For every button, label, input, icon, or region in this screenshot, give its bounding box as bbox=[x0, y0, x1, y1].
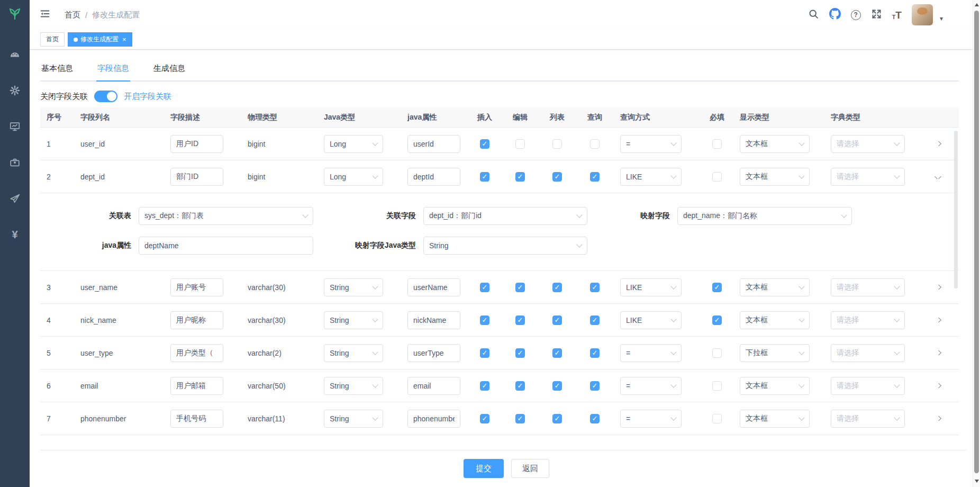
browser-scrollbar[interactable] bbox=[973, 0, 980, 487]
list-checkbox[interactable]: ✓ bbox=[552, 348, 562, 358]
table-scrollbar-thumb[interactable] bbox=[954, 131, 958, 288]
tab-basic-info[interactable]: 基本信息 bbox=[40, 58, 74, 82]
user-avatar[interactable] bbox=[912, 4, 933, 25]
assoc-field-select[interactable]: dept_id：部门id bbox=[423, 207, 587, 225]
query-type-select[interactable]: LIKE bbox=[620, 168, 682, 186]
required-checkbox[interactable]: ✓ bbox=[712, 315, 722, 325]
sidebar-item-finance[interactable]: ¥ bbox=[9, 229, 21, 240]
list-checkbox[interactable]: ✓ bbox=[552, 381, 562, 391]
list-checkbox[interactable]: ✓ bbox=[552, 414, 562, 423]
display-type-select[interactable]: 文本框 bbox=[740, 278, 810, 296]
scroll-down-arrow-icon[interactable] bbox=[975, 480, 979, 483]
java-attr-input[interactable] bbox=[407, 410, 460, 428]
tag-home[interactable]: 首页 bbox=[40, 32, 65, 47]
sidebar-item-system[interactable] bbox=[9, 85, 21, 96]
column-desc-input[interactable] bbox=[170, 135, 223, 153]
help-icon[interactable]: ? bbox=[851, 10, 861, 20]
user-menu-caret-icon[interactable]: ▾ bbox=[940, 15, 943, 22]
query-type-select[interactable]: LIKE bbox=[620, 311, 682, 329]
expand-row-icon[interactable] bbox=[934, 318, 941, 322]
dict-type-select[interactable]: 请选择 bbox=[831, 344, 905, 362]
insert-checkbox[interactable]: ✓ bbox=[480, 172, 489, 182]
dict-type-select[interactable]: 请选择 bbox=[831, 377, 905, 395]
display-type-select[interactable]: 下拉框 bbox=[740, 344, 810, 362]
query-checkbox[interactable]: ✓ bbox=[590, 283, 600, 292]
insert-checkbox[interactable]: ✓ bbox=[480, 139, 489, 149]
insert-checkbox[interactable]: ✓ bbox=[480, 381, 489, 391]
java-attr-input[interactable] bbox=[407, 135, 460, 153]
edit-checkbox[interactable]: ✓ bbox=[515, 172, 525, 182]
column-desc-input[interactable] bbox=[170, 377, 223, 395]
insert-checkbox[interactable]: ✓ bbox=[480, 414, 489, 423]
java-attr-input[interactable] bbox=[407, 377, 460, 395]
required-checkbox[interactable] bbox=[712, 348, 722, 358]
sidebar-item-monitor[interactable] bbox=[9, 121, 21, 132]
dict-type-select[interactable]: 请选择 bbox=[831, 135, 905, 153]
scroll-up-arrow-icon[interactable] bbox=[975, 3, 979, 6]
dict-type-select[interactable]: 请选择 bbox=[831, 168, 905, 186]
edit-checkbox[interactable]: ✓ bbox=[515, 348, 525, 358]
expand-row-icon[interactable] bbox=[934, 416, 941, 421]
required-checkbox[interactable] bbox=[712, 414, 722, 423]
java-type-select[interactable]: String bbox=[324, 278, 383, 296]
browser-scrollbar-thumb[interactable] bbox=[974, 11, 979, 473]
query-type-select[interactable]: = bbox=[620, 377, 682, 395]
sidebar-item-dashboard[interactable] bbox=[9, 49, 21, 60]
expand-row-icon[interactable] bbox=[934, 285, 941, 290]
map-field-select[interactable]: dept_name：部门名称 bbox=[677, 207, 852, 225]
java-attr-input[interactable] bbox=[407, 344, 460, 362]
back-button[interactable]: 返回 bbox=[511, 459, 549, 478]
query-type-select[interactable]: = bbox=[620, 410, 682, 428]
column-desc-input[interactable] bbox=[170, 410, 223, 428]
column-desc-input[interactable] bbox=[170, 311, 223, 329]
column-desc-input[interactable] bbox=[170, 168, 223, 186]
required-checkbox[interactable]: ✓ bbox=[712, 283, 722, 292]
collapse-row-icon[interactable] bbox=[934, 174, 941, 179]
query-checkbox[interactable]: ✓ bbox=[590, 348, 600, 358]
dict-type-select[interactable]: 请选择 bbox=[831, 278, 905, 296]
font-size-icon[interactable]: TT bbox=[892, 10, 902, 20]
query-checkbox[interactable] bbox=[590, 139, 600, 149]
required-checkbox[interactable] bbox=[712, 381, 722, 391]
display-type-select[interactable]: 文本框 bbox=[740, 168, 810, 186]
java-type-select[interactable]: Long bbox=[324, 135, 383, 153]
column-desc-input[interactable] bbox=[170, 344, 223, 362]
display-type-select[interactable]: 文本框 bbox=[740, 311, 810, 329]
query-type-select[interactable]: = bbox=[620, 135, 682, 153]
tag-active-page[interactable]: 修改生成配置 × bbox=[68, 32, 132, 47]
breadcrumb-home[interactable]: 首页 bbox=[65, 10, 80, 20]
fullscreen-icon[interactable] bbox=[871, 8, 882, 22]
query-type-select[interactable]: LIKE bbox=[620, 278, 682, 296]
list-checkbox[interactable]: ✓ bbox=[552, 172, 562, 182]
insert-checkbox[interactable]: ✓ bbox=[480, 315, 489, 325]
github-icon[interactable] bbox=[829, 8, 841, 22]
field-association-toggle[interactable] bbox=[94, 91, 117, 102]
java-type-select[interactable]: Long bbox=[324, 168, 383, 186]
sidebar-item-tool[interactable] bbox=[9, 157, 21, 168]
query-checkbox[interactable]: ✓ bbox=[590, 315, 600, 325]
edit-checkbox[interactable]: ✓ bbox=[515, 283, 525, 292]
required-checkbox[interactable] bbox=[712, 139, 722, 149]
list-checkbox[interactable]: ✓ bbox=[552, 283, 562, 292]
query-checkbox[interactable]: ✓ bbox=[590, 172, 600, 182]
query-type-select[interactable]: = bbox=[620, 344, 682, 362]
java-attr-input[interactable] bbox=[407, 168, 460, 186]
expand-row-icon[interactable] bbox=[934, 383, 941, 388]
java-type-select[interactable]: String bbox=[324, 311, 383, 329]
list-checkbox[interactable]: ✓ bbox=[552, 315, 562, 325]
query-checkbox[interactable]: ✓ bbox=[590, 381, 600, 391]
tab-field-info[interactable]: 字段信息 bbox=[96, 58, 130, 82]
required-checkbox[interactable] bbox=[712, 172, 722, 182]
query-checkbox[interactable]: ✓ bbox=[590, 414, 600, 423]
edit-checkbox[interactable] bbox=[515, 139, 525, 149]
list-checkbox[interactable] bbox=[552, 139, 562, 149]
edit-checkbox[interactable]: ✓ bbox=[515, 381, 525, 391]
search-icon[interactable] bbox=[808, 8, 819, 22]
java-type-select[interactable]: String bbox=[324, 344, 383, 362]
expand-row-icon[interactable] bbox=[934, 350, 941, 355]
edit-checkbox[interactable]: ✓ bbox=[515, 414, 525, 423]
display-type-select[interactable]: 文本框 bbox=[740, 377, 810, 395]
insert-checkbox[interactable]: ✓ bbox=[480, 348, 489, 358]
java-type-select[interactable]: String bbox=[324, 377, 383, 395]
dict-type-select[interactable]: 请选择 bbox=[831, 311, 905, 329]
